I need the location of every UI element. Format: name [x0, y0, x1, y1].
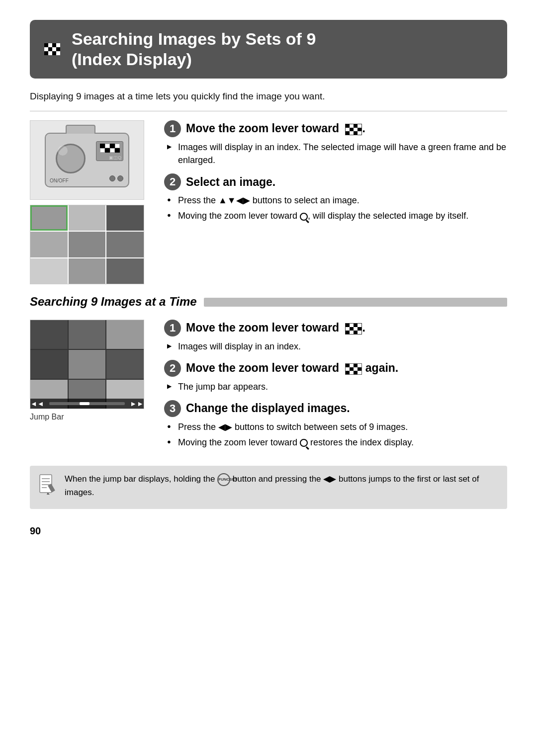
- step1-body: Images will display in an index. The sel…: [164, 141, 507, 167]
- section2-title: Searching 9 Images at a Time: [30, 293, 197, 311]
- magnifier-icon2: [300, 439, 308, 447]
- section2-index-grid: ◄◄ ►►: [30, 320, 144, 409]
- s2-step1-heading: 1 Move the zoom lever toward .: [164, 320, 507, 336]
- header-icon: [42, 40, 63, 58]
- s2-step1-num: 1: [164, 320, 181, 336]
- s2-step3-bullet2: Moving the zoom lever toward restores th…: [167, 436, 507, 449]
- step2-heading: 2 Select an image.: [164, 173, 507, 190]
- section2-bar: [204, 298, 507, 307]
- s2-step3-bullets: Press the ◀▶ buttons to switch between s…: [167, 420, 507, 449]
- s2-step2-heading: 2 Move the zoom lever toward again.: [164, 360, 507, 377]
- note-pencil-icon: [39, 474, 57, 502]
- page-number: 90: [30, 524, 507, 538]
- s2-step2-body: The jump bar appears.: [164, 380, 507, 393]
- jump-bar-track: [49, 402, 125, 405]
- section1-steps: 1 Move the zoom lever toward . Images wi…: [164, 120, 507, 229]
- jump-right-arrow: ►►: [130, 399, 144, 409]
- step2-num: 2: [164, 173, 181, 190]
- jump-bar-label: Jump Bar: [30, 411, 64, 422]
- func-set-btn-icon: FUNCSET: [217, 473, 230, 486]
- s2-step1-title: Move the zoom lever toward .: [186, 320, 365, 336]
- magnifier-icon: [300, 213, 308, 221]
- svg-rect-0: [40, 475, 52, 493]
- step1-title: Move the zoom lever toward .: [186, 120, 365, 137]
- step2-bullet1: Press the ▲▼◀▶ buttons to select an imag…: [167, 194, 507, 207]
- jump-left-arrow: ◄◄: [30, 399, 44, 409]
- section2-steps: 1 Move the zoom lever toward . Images wi…: [164, 320, 507, 456]
- jump-bar-thumb: [80, 402, 90, 405]
- step1-num: 1: [164, 120, 181, 137]
- camera-illustration: ▣◫Q ON/OFF: [30, 120, 144, 200]
- intro-text: Displaying 9 images at a time lets you q…: [30, 89, 507, 103]
- s2-step1-arrow: Images will display in an index.: [167, 340, 507, 353]
- page-header: Searching Images by Sets of 9 (Index Dis…: [30, 20, 507, 79]
- section1-left: ▣◫Q ON/OFF: [30, 120, 149, 284]
- checkerboard-icon: [44, 43, 60, 55]
- section2-row: ◄◄ ►► Jump Bar 1 Move the zoom lever tow…: [30, 320, 507, 456]
- s2-checkerboard-icon2: [345, 363, 362, 375]
- s2-step1-body: Images will display in an index.: [164, 340, 507, 353]
- checkerboard-icon-inline: [345, 124, 362, 135]
- s2-step3-num: 3: [164, 400, 181, 417]
- s2-step2-title: Move the zoom lever toward again.: [186, 360, 398, 376]
- note-text: When the jump bar displays, holding the …: [65, 473, 498, 499]
- section2-header: Searching 9 Images at a Time: [30, 293, 507, 311]
- section1-row: ▣◫Q ON/OFF: [30, 120, 507, 284]
- section-divider: [30, 111, 507, 111]
- s2-step2-num: 2: [164, 360, 181, 377]
- step1-heading: 1 Move the zoom lever toward .: [164, 120, 507, 137]
- note-box: When the jump bar displays, holding the …: [30, 466, 507, 508]
- step2-body: Press the ▲▼◀▶ buttons to select an imag…: [164, 194, 507, 222]
- page-title: Searching Images by Sets of 9 (Index Dis…: [72, 29, 316, 70]
- s2-step3-body: Press the ◀▶ buttons to switch between s…: [164, 420, 507, 449]
- step1-arrow-text: Images will display in an index. The sel…: [167, 141, 507, 167]
- s2-step3-title: Change the displayed images.: [186, 400, 350, 417]
- section2-left: ◄◄ ►► Jump Bar: [30, 320, 149, 422]
- jump-bar-strip: ◄◄ ►►: [30, 399, 144, 409]
- s2-checkerboard-icon1: [345, 323, 362, 335]
- step2-bullets: Press the ▲▼◀▶ buttons to select an imag…: [167, 194, 507, 222]
- index-grid-preview: [30, 205, 144, 284]
- s2-step3-heading: 3 Change the displayed images.: [164, 400, 507, 417]
- step2-bullet2: Moving the zoom lever toward , will disp…: [167, 209, 507, 222]
- s2-step3-bullet1: Press the ◀▶ buttons to switch between s…: [167, 420, 507, 433]
- s2-step2-arrow: The jump bar appears.: [167, 380, 507, 393]
- step2-title: Select an image.: [186, 174, 275, 190]
